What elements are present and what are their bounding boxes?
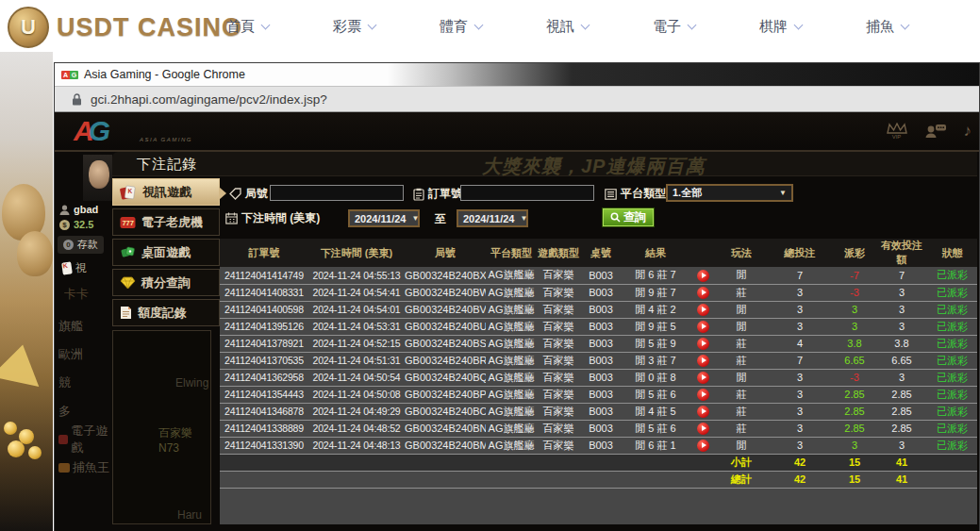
table-cell: 2024-11-24 04:48:13 xyxy=(308,437,405,454)
sidebar-item-slot[interactable]: 777電子老虎機 xyxy=(112,208,220,236)
search-button[interactable]: 查詢 xyxy=(603,208,654,226)
background-menu-item[interactable]: 電子遊戲 xyxy=(58,425,112,454)
play-video-button[interactable] xyxy=(697,321,709,333)
table-cell: 241124041378921 xyxy=(220,335,308,352)
dropdown-arrow-icon: ▼ xyxy=(411,214,419,223)
table-cell: 241124041414749 xyxy=(220,267,308,284)
table-cell: B003 xyxy=(580,369,622,386)
table-row: 2411240413705352024-11-24 04:51:31GB0032… xyxy=(220,352,977,369)
background-menu-item[interactable]: 競 xyxy=(58,369,112,397)
play-video-button[interactable] xyxy=(697,355,709,367)
table-cell: 3 xyxy=(767,420,833,437)
site-logo[interactable]: U USDT CASINO xyxy=(8,7,242,48)
sidebar-item-label: 桌面遊戲 xyxy=(141,244,191,261)
column-header: 總投注 xyxy=(767,239,833,267)
nav-item-4[interactable]: 電子 xyxy=(653,18,695,36)
background-menu-item[interactable]: 旗艦 xyxy=(58,312,112,340)
background-menu-label: 競 xyxy=(58,374,71,391)
table-cell: 2024-11-24 04:51:31 xyxy=(308,352,405,369)
background-menu-item[interactable]: 捕魚王 xyxy=(58,454,112,482)
table-cell: 7 xyxy=(767,352,833,369)
nav-item-5[interactable]: 棋牌 xyxy=(759,18,802,36)
table-cell: 3 xyxy=(767,318,833,335)
nav-item-3[interactable]: 視訊 xyxy=(546,18,589,36)
vip-icon[interactable]: VIP xyxy=(887,123,907,140)
summary-cell xyxy=(220,454,308,471)
video-games-tab-dim[interactable]: K 視 xyxy=(62,260,87,276)
table-cell: 3.8 xyxy=(876,335,927,352)
deposit-button[interactable]: 0 存款 xyxy=(58,236,104,254)
table-cell: 百家樂 xyxy=(537,284,580,301)
table-cell: 2024-11-24 04:53:31 xyxy=(308,318,405,335)
user-icon xyxy=(59,205,70,215)
table-cell: 2024-11-24 04:49:29 xyxy=(308,403,405,420)
play-cell xyxy=(689,369,716,386)
chrome-titlebar[interactable]: AG Asia Gaming - Google Chrome xyxy=(55,63,979,86)
table-cell: 6.65 xyxy=(833,352,876,369)
date-from-picker[interactable]: 2024/11/24 ▼ xyxy=(348,209,420,227)
summary-cell xyxy=(537,454,580,471)
play-video-button[interactable] xyxy=(697,440,709,452)
platform-type-select[interactable]: 1.全部 ▼ xyxy=(666,184,793,202)
table-cell: B003 xyxy=(580,335,622,352)
background-menu-item[interactable]: 多 xyxy=(58,397,112,425)
round-no-input[interactable] xyxy=(270,185,404,201)
date-to-picker[interactable]: 2024/11/24 ▼ xyxy=(457,209,528,227)
nav-item-1[interactable]: 彩票 xyxy=(333,18,375,36)
order-no-input[interactable] xyxy=(460,185,594,201)
table-cell: 莊 xyxy=(716,386,767,403)
table-cell: 2024-11-24 04:54:41 xyxy=(308,284,405,301)
chrome-url-bar[interactable]: gci.2hhapi.com/agingame/pcv2/index.jsp? xyxy=(55,86,979,112)
table-cell: B003 xyxy=(580,318,622,335)
play-video-button[interactable] xyxy=(697,287,709,299)
sidebar-item-gem[interactable]: 積分查詢 xyxy=(112,269,220,296)
play-video-button[interactable] xyxy=(697,406,709,418)
site-logo-text: USDT CASINO xyxy=(57,13,242,42)
nav-item-6[interactable]: 捕魚 xyxy=(866,18,908,36)
menu-item-icon xyxy=(58,435,68,444)
table-row: 2411240413388892024-11-24 04:48:52GB0032… xyxy=(220,420,977,437)
column-header: 平台類型 xyxy=(486,239,537,267)
play-video-button[interactable] xyxy=(697,423,709,435)
nav-item-2[interactable]: 體育 xyxy=(440,18,482,36)
table-cell: 莊 xyxy=(716,335,767,352)
card-tab-dim[interactable]: 卡卡 xyxy=(64,286,89,303)
bet-record-modal: 下注記錄 大獎來襲，JP連爆兩百萬 K視訊遊戲777電子老虎機桌面遊戲積分查詢額… xyxy=(112,152,977,531)
table-cell: 百家樂 xyxy=(537,437,580,454)
avatar[interactable] xyxy=(83,155,112,201)
play-video-button[interactable] xyxy=(697,389,709,401)
table-cell: AG旗艦廳 xyxy=(486,335,537,352)
modal-titlebar: 下注記錄 大獎來襲，JP連爆兩百萬 xyxy=(112,152,977,176)
play-video-button[interactable] xyxy=(697,372,709,384)
background-menu-item[interactable]: 歐洲 xyxy=(58,340,112,369)
table-cell: 閒 5 莊 6 xyxy=(622,420,689,437)
play-video-button[interactable] xyxy=(697,304,709,316)
promo-banner-image xyxy=(0,52,53,531)
play-cell xyxy=(689,335,716,352)
table-cell: 2024-11-24 04:52:15 xyxy=(308,335,405,352)
sidebar-item-document[interactable]: 額度記錄 xyxy=(112,299,220,326)
sidebar-item-tablegames[interactable]: 桌面遊戲 xyxy=(112,239,220,266)
search-icon xyxy=(610,212,621,223)
chevron-down-icon xyxy=(794,21,804,30)
play-video-button[interactable] xyxy=(697,270,709,282)
column-header: 遊戲類型 xyxy=(537,239,580,267)
table-cell: GB00324B240BS xyxy=(405,335,486,352)
deposit-icon: 0 xyxy=(63,240,74,250)
play-cell xyxy=(689,352,716,369)
summary-cell xyxy=(622,471,689,488)
gem-icon xyxy=(120,276,136,290)
customer-service-icon[interactable] xyxy=(924,124,947,139)
table-cell: AG旗艦廳 xyxy=(486,386,537,403)
play-video-button[interactable] xyxy=(697,338,709,350)
ag-logo[interactable]: AG xyxy=(74,115,110,147)
sidebar-item-cards[interactable]: K視訊遊戲 xyxy=(112,178,220,206)
table-cell: 已派彩 xyxy=(927,267,977,284)
summary-cell: 15 xyxy=(833,454,876,471)
table-cell: 2024-11-24 04:55:13 xyxy=(308,267,405,284)
nav-item-0[interactable]: 首頁 xyxy=(226,18,269,36)
bet-table: 訂單號下注時間 (美東)局號平台類型遊戲類型桌號結果玩法總投注派彩有效投注額狀態… xyxy=(220,239,977,489)
music-icon[interactable]: ♪ xyxy=(964,124,972,139)
table-cell: 閒 5 莊 9 xyxy=(622,335,689,352)
coin-graphic xyxy=(8,440,25,457)
